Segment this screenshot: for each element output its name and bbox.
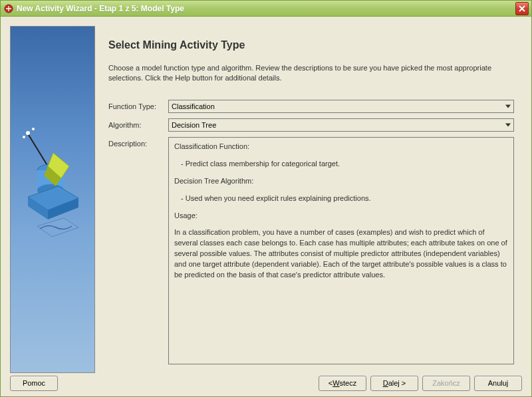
help-button-label: Pomoc <box>23 379 45 387</box>
back-rest: stecz <box>340 379 357 387</box>
algorithm-value: Decision Tree <box>172 121 216 129</box>
wizard-window: New Activity Wizard - Etap 1 z 5: Model … <box>0 0 532 397</box>
back-button[interactable]: < Wstecz <box>319 376 366 391</box>
content-area: Select Mining Activity Type Choose a mod… <box>1 17 531 370</box>
svg-line-1 <box>27 132 48 166</box>
desc-heading-algorithm: Decision Tree Algorithm: <box>174 176 508 187</box>
close-button[interactable] <box>515 2 529 15</box>
description-row: Description: Classification Function: - … <box>108 137 514 364</box>
function-type-label: Function Type: <box>108 102 168 110</box>
next-button[interactable]: Dalej > <box>370 376 418 391</box>
main-panel: Select Mining Activity Type Choose a mod… <box>95 26 522 370</box>
page-intro: Choose a model function type and algorit… <box>108 63 514 84</box>
function-type-row: Function Type: Classification <box>108 100 514 113</box>
app-icon <box>3 3 14 14</box>
titlebar: New Activity Wizard - Etap 1 z 5: Model … <box>1 1 531 17</box>
function-type-select[interactable]: Classification <box>168 100 514 113</box>
svg-point-2 <box>26 131 30 135</box>
next-accel: D <box>383 379 388 387</box>
back-accel: W <box>332 379 339 387</box>
desc-heading-usage: Usage: <box>174 211 508 221</box>
svg-marker-13 <box>37 218 78 237</box>
algorithm-label: Algorithm: <box>108 121 168 129</box>
desc-line-algorithm: - Used when you need explicit rules expl… <box>174 194 508 204</box>
next-rest: alej > <box>388 379 406 387</box>
finish-button-label: Zakończ <box>432 379 460 387</box>
algorithm-row: Algorithm: Decision Tree <box>108 118 514 132</box>
desc-line-function: - Predict class membership for categoric… <box>174 159 508 170</box>
svg-point-4 <box>32 128 35 130</box>
finish-button: Zakończ <box>422 376 470 391</box>
function-type-value: Classification <box>172 102 215 110</box>
chevron-down-icon <box>505 123 511 126</box>
window-title: New Activity Wizard - Etap 1 z 5: Model … <box>17 4 515 13</box>
desc-body-usage: In a classification problem, you have a … <box>174 227 508 281</box>
description-label: Description: <box>108 137 168 148</box>
chevron-down-icon <box>505 104 511 108</box>
wizard-sidebar <box>10 26 95 373</box>
cancel-button[interactable]: Anuluj <box>474 376 522 391</box>
help-button[interactable]: Pomoc <box>10 376 58 391</box>
algorithm-select[interactable]: Decision Tree <box>168 118 514 132</box>
button-bar: Pomoc < Wstecz Dalej > Zakończ Anuluj <box>1 370 531 396</box>
desc-heading-function: Classification Function: <box>174 142 508 152</box>
close-icon <box>519 5 525 12</box>
wizard-graphic <box>21 126 85 246</box>
cancel-button-label: Anuluj <box>488 379 509 387</box>
description-box: Classification Function: - Predict class… <box>168 137 514 364</box>
page-heading: Select Mining Activity Type <box>108 39 514 51</box>
svg-point-3 <box>23 136 25 138</box>
